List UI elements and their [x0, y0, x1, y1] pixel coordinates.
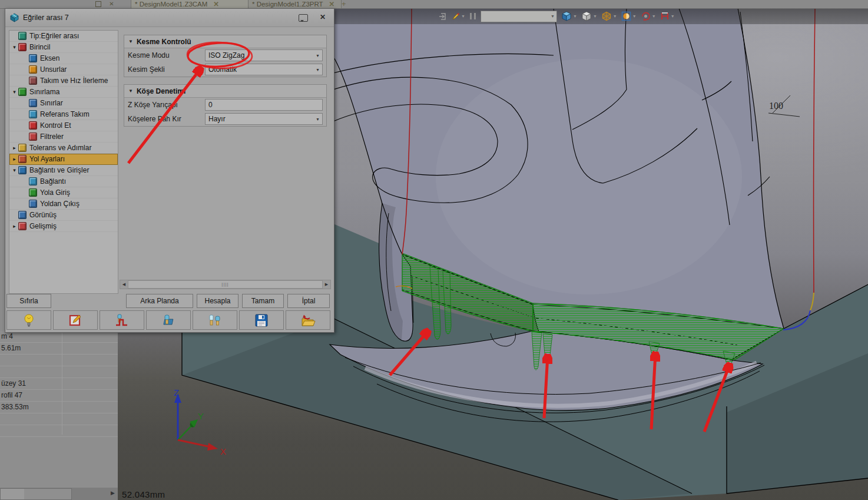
background-calculate-button[interactable]: Arka Planda Hesapla	[126, 294, 193, 308]
tab-designmodel1-z3cam[interactable]: * DesignModel1.Z3CAM✕	[131, 0, 256, 8]
tree-item-label: Yoldan Çıkış	[40, 200, 79, 208]
ok-button[interactable]: Tamam	[242, 294, 284, 308]
group-header[interactable]: ▼ Kesme Kontrolü	[124, 35, 326, 48]
table-row[interactable]	[0, 413, 118, 425]
field-control[interactable]: Otomatik ▾	[205, 64, 323, 75]
shaded-display-icon[interactable]: ▼	[561, 11, 577, 21]
lead-out-icon	[29, 200, 37, 208]
lead-in-icon	[29, 188, 37, 197]
tree-item-eksen[interactable]: Eksen	[9, 53, 118, 64]
tree-item-sinirlar[interactable]: Sınırlar	[9, 98, 118, 109]
tree-item-yola-giris[interactable]: Yola Giriş	[9, 187, 118, 198]
tree-item-yoldan-cikis[interactable]: Yoldan Çıkış	[9, 198, 118, 210]
expand-icon[interactable]: ▾	[11, 167, 18, 173]
pause-icon[interactable]	[469, 13, 476, 19]
load-operation-button[interactable]	[286, 310, 330, 330]
field-control[interactable]: 0 ▾	[205, 99, 323, 111]
solid-simulate-button[interactable]	[146, 310, 191, 330]
cancel-button[interactable]: İptal	[287, 294, 330, 308]
scroll-right-arrow-icon[interactable]: ▶	[323, 280, 330, 289]
tree-item-kontrol-et[interactable]: Kontrol Et	[9, 120, 118, 131]
restore-document-icon[interactable]	[95, 1, 101, 7]
primary-icon	[18, 43, 26, 51]
panel-horizontal-scrollbar[interactable]: ◀ |||| ▶	[120, 280, 331, 289]
tree-item-unsurlar[interactable]: Unsurlar	[9, 64, 118, 75]
edit-operation-button[interactable]	[53, 310, 98, 330]
calculate-button[interactable]: Hesapla	[197, 294, 238, 308]
table-row[interactable]: 383.53m	[0, 402, 118, 413]
tree-item-tip[interactable]: Tip:Eğriler arası	[9, 31, 118, 42]
bottom-horizontal-scrollbar[interactable]: ▶	[0, 488, 118, 500]
exit-icon[interactable]	[439, 12, 448, 21]
table-row[interactable]	[0, 425, 118, 437]
scroll-left-arrow-icon[interactable]: ◀	[120, 280, 128, 289]
tree-item-sinirlama[interactable]: ▾ Sınırlama	[9, 87, 118, 98]
hint-button[interactable]	[6, 310, 51, 330]
group-kesme-kontrolu: ▼ Kesme Kontrolü Kesme Modu ISO ZigZag ▾…	[124, 35, 327, 77]
tree-item-tolerans-ve-adimlar[interactable]: ▸ Tolerans ve Adımlar	[9, 143, 118, 154]
coordinate-readout: 52.043mm	[122, 489, 165, 499]
collapse-icon: ▼	[128, 88, 133, 94]
expand-icon[interactable]: ▾	[11, 44, 18, 50]
tab-close-icon[interactable]: ✕	[213, 1, 219, 8]
tree-item-baglanti[interactable]: Bağlantı	[9, 176, 118, 187]
table-row[interactable]	[0, 366, 118, 378]
chevron-down-icon[interactable]: ▾	[313, 53, 322, 58]
table-row[interactable]: üzey 31	[0, 378, 118, 390]
scrollbar-thumb[interactable]: ||||	[128, 280, 323, 289]
operation-type-icon	[18, 32, 26, 40]
tree-item-label: Yola Giriş	[40, 188, 70, 197]
toolpath-editor-button[interactable]	[100, 310, 144, 330]
tree-item-filtreler[interactable]: Filtreler	[9, 131, 118, 143]
operation-info-table: m 4 5.61m üzey 31 rofil 47 383.53m	[0, 331, 118, 488]
tree-item-yol-ayarlari[interactable]: ▸ Yol Ayarları	[9, 154, 118, 165]
tree-item-referans-takim[interactable]: Referans Takım	[9, 109, 118, 120]
measure-icon[interactable]: ▼	[660, 12, 675, 21]
close-document-icon[interactable]: ✕	[108, 1, 115, 7]
tree-item-label: Tip:Eğriler arası	[29, 32, 79, 40]
new-tab-button[interactable]: +	[342, 0, 346, 8]
wireframe-sphere-icon[interactable]: ▼	[601, 11, 617, 21]
toolpath-editor-icon	[114, 313, 130, 327]
dialog-title-bar[interactable]: Eğriler arası 7 ✕	[5, 9, 334, 27]
dialog-close-icon[interactable]: ✕	[320, 13, 326, 21]
tool-display-button[interactable]	[193, 310, 237, 330]
limiting-icon	[18, 88, 26, 96]
edit-pencil-icon[interactable]: ▼	[452, 12, 465, 21]
tab-close-icon[interactable]: ✕	[329, 1, 335, 8]
expand-icon[interactable]: ▸	[11, 223, 18, 229]
tree-item-birincil[interactable]: ▾ Birincil	[9, 42, 118, 53]
table-row[interactable]: rofil 47	[0, 390, 118, 402]
features-icon	[29, 65, 37, 74]
tree-item-takim-ve-hiz-ilerleme[interactable]: Takım ve Hız İlerleme	[9, 75, 118, 87]
table-row[interactable]: m 4	[0, 331, 118, 343]
group-header[interactable]: ▼ Köşe Denetimi	[124, 85, 326, 98]
tree-item-gelismis[interactable]: ▸ Gelişmiş	[9, 221, 118, 232]
scroll-right-arrow-icon[interactable]: ▶	[111, 490, 115, 496]
expand-icon[interactable]: ▸	[11, 145, 18, 151]
tab-designmodel1-z3prt[interactable]: * DesignModel1.Z3PRT✕	[248, 0, 342, 8]
tree-item-gorunus[interactable]: Görünüş	[9, 210, 118, 221]
table-row[interactable]	[0, 355, 118, 366]
wireframe-display-icon[interactable]: ▼	[581, 11, 597, 21]
expand-icon[interactable]: ▸	[11, 156, 18, 162]
section-view-icon[interactable]: ▼	[621, 11, 637, 21]
table-row[interactable]: 5.61m	[0, 343, 118, 355]
field-row: Kesim Şekli Otomatik ▾	[124, 62, 326, 77]
field-control[interactable]: Hayır ▾	[205, 113, 323, 125]
field-control[interactable]: ISO ZigZag ▾	[205, 49, 323, 61]
rotate-view-icon[interactable]: ▼	[641, 12, 656, 21]
edit-pad-icon	[68, 313, 82, 327]
chevron-down-icon[interactable]: ▾	[313, 117, 322, 122]
reset-button[interactable]: Sıfırla	[6, 294, 51, 308]
save-operation-button[interactable]	[239, 310, 284, 330]
comment-bubble-icon[interactable]	[299, 14, 308, 22]
scrollbar-thumb[interactable]	[0, 488, 72, 500]
tree-item-baglanti-ve-girisler[interactable]: ▾ Bağlantı ve Girişler	[9, 165, 118, 176]
advanced-icon	[18, 222, 26, 230]
chevron-down-icon[interactable]: ▾	[313, 67, 322, 72]
view-selector-combobox[interactable]: ▼	[481, 11, 557, 22]
dimension-text: 100	[769, 101, 783, 111]
field-value: Otomatik	[206, 65, 313, 74]
expand-icon[interactable]: ▾	[11, 89, 18, 95]
